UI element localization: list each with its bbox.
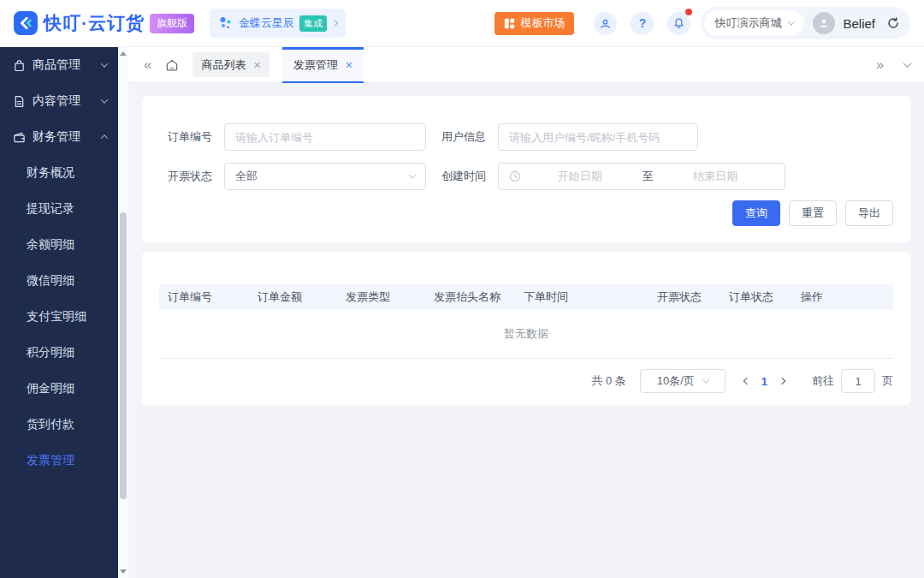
goto-page-label: 前往 bbox=[812, 373, 834, 389]
user-info-label: 用户信息 bbox=[441, 129, 486, 145]
app-logo-icon[interactable] bbox=[14, 11, 38, 35]
scroll-down-arrow-icon[interactable] bbox=[120, 569, 127, 574]
sidebar-item-withdrawal-records[interactable]: 提现记录 bbox=[0, 191, 118, 227]
user-info-input[interactable] bbox=[498, 123, 698, 151]
sidebar: 商品管理 内容管理 财务管理 财务概况 bbox=[0, 47, 118, 578]
kingdee-integrated-badge: 集成 bbox=[299, 15, 327, 32]
current-page[interactable]: 1 bbox=[761, 375, 767, 388]
page-size-value: 10条/页 bbox=[657, 373, 695, 389]
clock-icon bbox=[509, 170, 521, 182]
scroll-up-arrow-icon[interactable] bbox=[120, 51, 127, 56]
document-icon bbox=[13, 95, 26, 108]
bell-icon bbox=[672, 17, 685, 30]
invoice-table-panel: 订单编号 订单金额 发票类型 发票抬头名称 下单时间 开票状态 订单状态 操作 … bbox=[142, 252, 910, 405]
chevron-up-icon bbox=[101, 134, 108, 141]
sidebar-scrollbar[interactable] bbox=[118, 47, 128, 578]
goto-page-input[interactable] bbox=[841, 369, 875, 393]
sidebar-sub-label: 财务概况 bbox=[27, 165, 74, 181]
sidebar-item-finance-overview[interactable]: 财务概况 bbox=[0, 155, 118, 191]
column-header: 操作 bbox=[801, 289, 885, 305]
sidebar-item-alipay-details[interactable]: 支付宝明细 bbox=[0, 299, 118, 335]
filter-panel: 订单编号 用户信息 开票状态 全部 创建时间 bbox=[142, 96, 910, 243]
page-size-select[interactable]: 10条/页 bbox=[640, 369, 726, 393]
chevron-right-icon bbox=[331, 20, 338, 27]
tab-actions-dropdown-icon[interactable] bbox=[903, 59, 912, 68]
sidebar-item-content[interactable]: 内容管理 bbox=[0, 83, 118, 119]
column-header: 下单时间 bbox=[524, 289, 657, 305]
collapse-tabs-icon[interactable]: « bbox=[144, 57, 151, 72]
main-area: « 商品列表 × 发票管理 × » bbox=[128, 47, 924, 578]
column-header: 发票抬头名称 bbox=[434, 289, 524, 305]
column-header: 开票状态 bbox=[657, 289, 729, 305]
tab-product-list[interactable]: 商品列表 × bbox=[192, 52, 269, 77]
tab-label: 商品列表 bbox=[201, 57, 246, 73]
kingdee-label: 金蝶云星辰 bbox=[239, 15, 294, 31]
invoice-status-select[interactable]: 全部 bbox=[224, 163, 426, 190]
chevron-down-icon bbox=[101, 60, 108, 67]
customer-service-button[interactable] bbox=[594, 12, 617, 35]
kingdee-integration-button[interactable]: 金蝶云星辰 集成 bbox=[210, 9, 346, 38]
reset-button[interactable]: 重置 bbox=[789, 200, 837, 226]
question-mark-icon: ? bbox=[639, 16, 647, 30]
sidebar-item-wechat-details[interactable]: 微信明细 bbox=[0, 263, 118, 299]
create-time-label: 创建时间 bbox=[441, 169, 486, 184]
scroll-tabs-right-icon[interactable]: » bbox=[876, 58, 884, 72]
end-date-placeholder[interactable]: 结束日期 bbox=[657, 169, 775, 184]
chevron-down-icon bbox=[409, 171, 416, 178]
help-button[interactable]: ? bbox=[631, 12, 654, 35]
export-button[interactable]: 导出 bbox=[845, 200, 893, 226]
kingdee-dots-icon bbox=[218, 15, 234, 31]
template-market-button[interactable]: 模板市场 bbox=[495, 12, 574, 35]
invoice-status-value: 全部 bbox=[235, 169, 258, 184]
sidebar-sub-label: 发票管理 bbox=[27, 453, 74, 468]
sidebar-sub-label: 提现记录 bbox=[27, 201, 74, 217]
sidebar-sub-label: 货到付款 bbox=[27, 417, 74, 432]
date-range-separator: 至 bbox=[639, 169, 657, 184]
sidebar-sub-label: 微信明细 bbox=[27, 273, 74, 289]
sidebar-item-finance[interactable]: 财务管理 bbox=[0, 119, 118, 155]
template-icon bbox=[504, 18, 515, 29]
page-unit-label: 页 bbox=[882, 373, 893, 389]
topbar: 快叮·云订货 旗舰版 金蝶云星辰 集成 bbox=[0, 0, 924, 47]
sidebar-item-balance-details[interactable]: 余额明细 bbox=[0, 227, 118, 263]
wallet-icon bbox=[13, 131, 26, 144]
home-icon[interactable] bbox=[164, 57, 180, 73]
empty-text: 暂无数据 bbox=[504, 326, 548, 342]
order-no-input[interactable] bbox=[224, 123, 426, 151]
sidebar-item-points-details[interactable]: 积分明细 bbox=[0, 335, 118, 371]
scrollbar-thumb[interactable] bbox=[120, 212, 127, 499]
tab-label: 发票管理 bbox=[293, 57, 338, 73]
column-header: 发票类型 bbox=[346, 289, 434, 305]
column-header: 订单金额 bbox=[258, 289, 346, 305]
app-window: 快叮·云订货 旗舰版 金蝶云星辰 集成 bbox=[0, 0, 924, 578]
order-no-label: 订单编号 bbox=[168, 129, 212, 145]
chevron-down-icon bbox=[101, 96, 108, 103]
close-icon[interactable]: × bbox=[346, 59, 352, 71]
sidebar-item-commission-details[interactable]: 佣金明细 bbox=[0, 371, 118, 407]
notification-button[interactable] bbox=[667, 12, 690, 35]
chevron-down-icon bbox=[788, 18, 795, 25]
tab-invoice-management[interactable]: 发票管理 × bbox=[282, 47, 364, 83]
pagination-total: 共 0 条 bbox=[591, 373, 625, 389]
sidebar-sub-label: 积分明细 bbox=[27, 345, 74, 361]
sidebar-item-cash-on-delivery[interactable]: 货到付款 bbox=[0, 407, 118, 443]
template-market-label: 模板市场 bbox=[520, 15, 565, 31]
create-time-range-picker[interactable]: 开始日期 至 结束日期 bbox=[498, 163, 785, 190]
next-page-button[interactable] bbox=[779, 378, 785, 384]
search-button[interactable]: 查询 bbox=[732, 200, 780, 226]
sidebar-item-invoice-management[interactable]: 发票管理 bbox=[0, 443, 118, 479]
user-avatar[interactable] bbox=[813, 12, 835, 34]
sidebar-item-label: 内容管理 bbox=[33, 93, 80, 109]
prev-page-button[interactable] bbox=[744, 378, 749, 384]
store-selector[interactable]: 快叮演示商城 bbox=[704, 10, 804, 36]
edition-badge: 旗舰版 bbox=[150, 14, 194, 33]
notification-dot bbox=[685, 9, 692, 15]
sidebar-sub-label: 余额明细 bbox=[27, 237, 74, 253]
table-empty-state: 暂无数据 bbox=[159, 310, 893, 359]
start-date-placeholder[interactable]: 开始日期 bbox=[521, 169, 639, 184]
refresh-button[interactable] bbox=[886, 16, 900, 30]
app-title: 快叮·云订货 bbox=[44, 11, 145, 35]
sidebar-item-products[interactable]: 商品管理 bbox=[0, 47, 118, 83]
sidebar-sub-label: 支付宝明细 bbox=[27, 309, 86, 325]
close-icon[interactable]: × bbox=[253, 59, 260, 71]
